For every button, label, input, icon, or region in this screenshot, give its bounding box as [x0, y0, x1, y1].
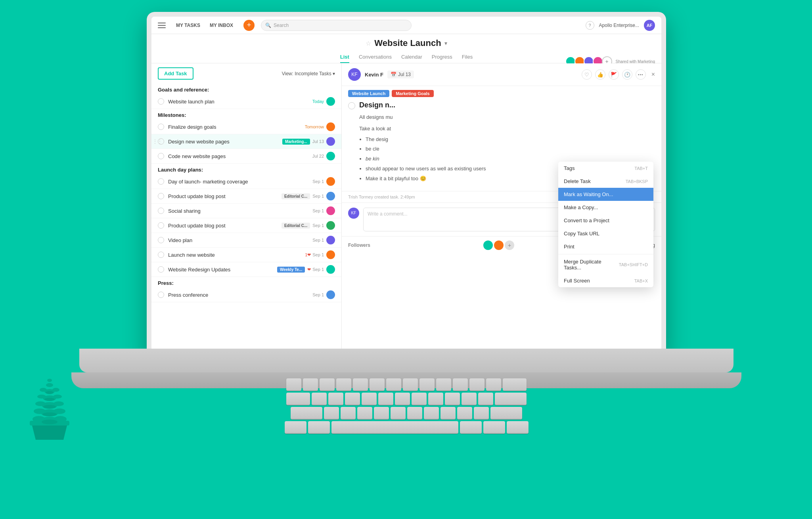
menu-item-convert[interactable]: Convert to a Project	[558, 214, 653, 227]
flag-action-button[interactable]: 🚩	[609, 69, 619, 80]
key[interactable]	[370, 378, 385, 391]
task-checkbox[interactable]	[158, 292, 164, 298]
key[interactable]	[474, 407, 489, 420]
tag-marketing-goals[interactable]: Marketing Goals	[392, 90, 434, 97]
key[interactable]	[490, 407, 522, 420]
tab-calendar[interactable]: Calendar	[401, 52, 422, 63]
key[interactable]	[495, 393, 527, 405]
key[interactable]	[453, 378, 468, 391]
drag-handle-icon[interactable]: ⋮⋮	[153, 139, 162, 144]
task-checkbox[interactable]	[158, 222, 164, 229]
thumbs-action-button[interactable]: 👍	[595, 69, 605, 80]
key[interactable]	[403, 378, 418, 391]
help-button[interactable]: ?	[586, 21, 594, 30]
add-task-button[interactable]: Add Task	[158, 67, 193, 80]
key[interactable]	[457, 407, 472, 420]
key[interactable]	[286, 393, 310, 405]
task-row[interactable]: Website launch plan Today	[151, 94, 341, 109]
tab-list[interactable]: List	[340, 52, 349, 63]
key[interactable]	[469, 378, 485, 391]
add-follower-button[interactable]: +	[505, 240, 514, 250]
key[interactable]	[412, 393, 427, 405]
key[interactable]	[312, 393, 327, 405]
task-checkbox[interactable]	[158, 178, 164, 185]
key[interactable]	[460, 421, 482, 434]
task-row[interactable]: Day of launch- marketing coverage Sep 1	[151, 174, 341, 189]
detail-date-pill[interactable]: 📅 Jul 13	[387, 71, 414, 78]
key[interactable]	[507, 421, 529, 434]
task-checkbox[interactable]	[158, 124, 164, 130]
my-tasks-nav[interactable]: MY TASKS	[172, 20, 204, 31]
task-checkbox[interactable]	[158, 266, 164, 273]
close-detail-button[interactable]: ×	[651, 71, 655, 78]
key[interactable]	[324, 407, 339, 420]
menu-item-copy[interactable]: Make a Copy...	[558, 201, 653, 214]
more-action-button[interactable]: •••	[636, 69, 646, 80]
task-row[interactable]: Finalize design goals Tomorrow	[151, 120, 341, 134]
task-checkbox[interactable]	[158, 208, 164, 214]
star-icon[interactable]: ☆	[366, 40, 371, 47]
key[interactable]	[285, 421, 306, 434]
key[interactable]	[391, 407, 406, 420]
task-row[interactable]: Launch new website 1❤ Sep 1	[151, 248, 341, 262]
task-row[interactable]: Press conference Sep 1	[151, 288, 341, 302]
key[interactable]	[419, 378, 435, 391]
hamburger-icon[interactable]	[158, 23, 166, 28]
menu-item-delete[interactable]: Delete Task TAB+BKSP	[558, 175, 653, 188]
key[interactable]	[374, 407, 389, 420]
key[interactable]	[483, 421, 505, 434]
heart-action-button[interactable]: ♡	[582, 69, 592, 80]
task-row[interactable]: Video plan Sep 1	[151, 233, 341, 248]
menu-item-merge[interactable]: Merge Duplicate Tasks... TAB+SHIFT+D	[558, 255, 653, 274]
key[interactable]	[303, 378, 318, 391]
key[interactable]	[436, 378, 451, 391]
task-checkbox[interactable]	[158, 98, 164, 105]
space-key[interactable]	[331, 421, 458, 434]
key[interactable]	[445, 393, 460, 405]
task-row[interactable]: Code new website pages Jul 22	[151, 149, 341, 164]
key[interactable]	[341, 407, 356, 420]
tab-files[interactable]: Files	[462, 52, 473, 63]
my-inbox-nav[interactable]: MY INBOX	[206, 20, 237, 31]
task-checkbox[interactable]	[158, 153, 164, 159]
task-row[interactable]: Social sharing Sep 1	[151, 204, 341, 218]
key[interactable]	[440, 407, 456, 420]
menu-item-tags[interactable]: Tags TAB+T	[558, 162, 653, 175]
tag-website-launch[interactable]: Website Launch	[348, 90, 389, 97]
tab-conversations[interactable]: Conversations	[359, 52, 392, 63]
view-selector[interactable]: View: Incomplete Tasks ▾	[282, 71, 335, 76]
key[interactable]	[320, 378, 335, 391]
task-row[interactable]: Product update blog post Editorial C... …	[151, 218, 341, 233]
key[interactable]	[328, 393, 343, 405]
task-row-active[interactable]: ⋮⋮ Design new website pages Marketing...…	[151, 134, 341, 149]
task-checkbox[interactable]	[158, 237, 164, 243]
key[interactable]	[462, 393, 477, 405]
menu-item-copy-url[interactable]: Copy Task URL	[558, 227, 653, 240]
menu-item-fullscreen[interactable]: Full Screen TAB+X	[558, 274, 653, 287]
tab-progress[interactable]: Progress	[432, 52, 452, 63]
task-checkbox[interactable]	[158, 193, 164, 199]
key[interactable]	[357, 407, 372, 420]
user-avatar[interactable]: AF	[644, 20, 655, 31]
key[interactable]	[486, 378, 501, 391]
create-plus-button[interactable]: +	[243, 20, 255, 31]
key[interactable]	[345, 393, 360, 405]
key[interactable]	[503, 378, 527, 391]
key[interactable]	[407, 407, 422, 420]
key[interactable]	[308, 421, 330, 434]
like-icon[interactable]: ❤	[307, 267, 311, 272]
search-bar[interactable]: 🔍 Search	[261, 20, 412, 31]
key[interactable]	[395, 393, 410, 405]
key[interactable]	[286, 378, 301, 391]
key[interactable]	[336, 378, 351, 391]
task-row[interactable]: Product update blog post Editorial C... …	[151, 189, 341, 204]
chevron-down-icon[interactable]: ▾	[444, 40, 447, 46]
key[interactable]	[478, 393, 493, 405]
menu-item-print[interactable]: Print	[558, 240, 653, 253]
menu-item-waiting[interactable]: Mark as Waiting On...	[558, 188, 653, 201]
detail-task-checkbox[interactable]	[348, 102, 355, 109]
key[interactable]	[424, 407, 439, 420]
task-checkbox[interactable]	[158, 252, 164, 258]
key[interactable]	[428, 393, 443, 405]
clock-action-button[interactable]: 🕐	[622, 69, 632, 80]
